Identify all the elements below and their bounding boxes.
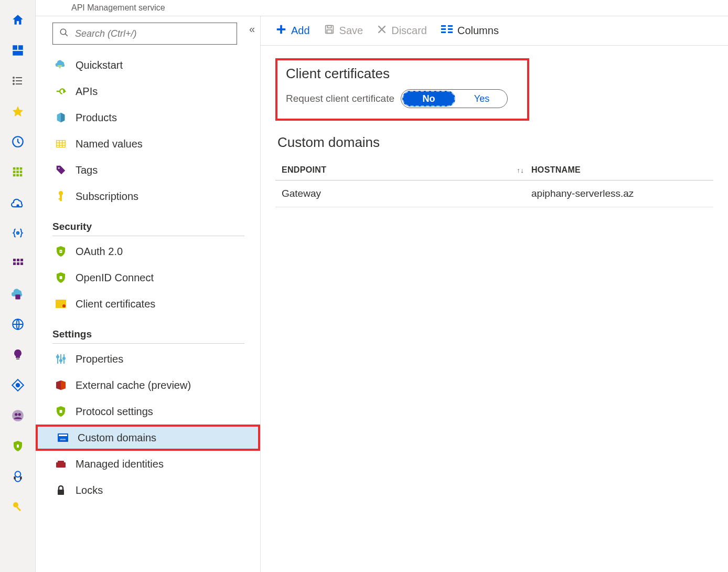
nav-label: Client certificates xyxy=(76,298,155,310)
resource-nav: Quickstart APIs Products Named values Ta… xyxy=(36,16,260,572)
discard-button: Discard xyxy=(377,24,427,37)
nav-locks[interactable]: Locks xyxy=(52,477,244,503)
save-icon xyxy=(324,24,335,38)
svg-rect-0 xyxy=(13,45,17,50)
svg-rect-22 xyxy=(17,259,19,261)
table-row[interactable]: Gateway apiphany-serverless.az xyxy=(275,181,713,207)
columns-button[interactable]: Columns xyxy=(441,25,499,37)
toolbar-label: Add xyxy=(291,25,310,37)
svg-rect-68 xyxy=(58,490,64,495)
globe-icon[interactable] xyxy=(10,317,25,332)
nav-label: APIs xyxy=(76,86,98,98)
svg-rect-10 xyxy=(13,167,15,170)
people-icon[interactable] xyxy=(10,408,25,423)
svg-rect-39 xyxy=(16,506,20,511)
locks-icon xyxy=(55,484,67,496)
svg-rect-62 xyxy=(60,410,62,413)
toolbar: Add Save Discard Columns xyxy=(261,16,728,46)
nav-search[interactable] xyxy=(52,23,237,45)
list-icon[interactable] xyxy=(10,73,25,88)
svg-rect-15 xyxy=(19,171,22,173)
nav-properties[interactable]: Properties xyxy=(52,346,244,372)
search-input[interactable] xyxy=(75,28,230,39)
nav-managed-identities[interactable]: Managed identities xyxy=(52,451,244,477)
toolbar-label: Discard xyxy=(391,25,427,37)
cloud-storage-icon[interactable] xyxy=(10,287,25,301)
svg-rect-23 xyxy=(20,259,23,261)
svg-rect-49 xyxy=(60,195,62,201)
svg-rect-4 xyxy=(16,77,22,78)
nav-subscriptions[interactable]: Subscriptions xyxy=(52,183,244,209)
svg-rect-21 xyxy=(13,259,16,261)
support-icon[interactable] xyxy=(10,469,25,484)
svg-point-19 xyxy=(16,204,19,207)
svg-point-5 xyxy=(13,80,15,82)
nav-tags[interactable]: Tags xyxy=(52,157,244,183)
cloud-icon[interactable] xyxy=(10,195,25,210)
nav-section-security: Security xyxy=(52,221,244,232)
svg-rect-18 xyxy=(19,174,22,177)
toggle-no[interactable]: No xyxy=(402,91,455,107)
nav-oauth[interactable]: OAuth 2.0 xyxy=(52,238,244,264)
diamond-icon[interactable] xyxy=(10,378,25,393)
svg-rect-67 xyxy=(58,461,64,463)
nav-protocol-settings[interactable]: Protocol settings xyxy=(52,398,244,425)
key-icon[interactable] xyxy=(10,500,25,514)
collapse-nav-icon[interactable]: « xyxy=(249,24,255,34)
nav-products[interactable]: Products xyxy=(52,104,244,131)
star-icon[interactable] xyxy=(10,104,25,119)
nav-label: External cache (preview) xyxy=(76,379,191,391)
add-button[interactable]: Add xyxy=(275,24,310,38)
nav-client-certs[interactable]: Client certificates xyxy=(52,291,244,317)
nav-quickstart[interactable]: Quickstart xyxy=(52,52,244,78)
toggle-yes[interactable]: Yes xyxy=(456,90,507,108)
col-label: HOSTNAME xyxy=(531,165,581,174)
grid-icon[interactable] xyxy=(10,165,25,179)
named-values-icon xyxy=(55,137,67,150)
svg-rect-27 xyxy=(15,294,20,299)
request-cert-toggle[interactable]: No Yes xyxy=(401,89,508,108)
svg-point-48 xyxy=(59,191,63,195)
resource-type-label: API Management service xyxy=(71,3,165,13)
col-hostname[interactable]: HOSTNAME xyxy=(531,165,707,175)
svg-rect-24 xyxy=(13,262,16,265)
svg-rect-75 xyxy=(441,28,446,30)
lightbulb-icon[interactable] xyxy=(10,347,25,362)
svg-rect-25 xyxy=(17,262,19,265)
svg-point-20 xyxy=(16,232,18,234)
cell-endpoint: Gateway xyxy=(282,188,531,199)
svg-rect-79 xyxy=(448,31,453,33)
columns-icon xyxy=(441,25,453,37)
nav-label: OAuth 2.0 xyxy=(76,246,123,258)
nav-custom-domains[interactable]: www Custom domains xyxy=(36,425,260,451)
svg-rect-6 xyxy=(16,80,22,81)
table-header: ENDPOINT ↑↓ HOSTNAME xyxy=(275,160,713,181)
svg-point-50 xyxy=(59,198,60,200)
svg-point-59 xyxy=(57,356,59,358)
svg-rect-73 xyxy=(327,30,331,33)
nav-named-values[interactable]: Named values xyxy=(52,131,244,157)
svg-point-35 xyxy=(15,471,20,477)
save-button: Save xyxy=(324,24,363,38)
nav-external-cache[interactable]: External cache (preview) xyxy=(52,372,244,398)
nav-label: Properties xyxy=(76,353,123,365)
svg-point-60 xyxy=(60,359,62,362)
nav-label: Subscriptions xyxy=(76,190,138,203)
nav-label: Quickstart xyxy=(76,59,123,71)
clock-icon[interactable] xyxy=(10,134,25,149)
svg-rect-12 xyxy=(19,167,22,170)
nav-label: Named values xyxy=(76,138,143,150)
virtual-network-icon[interactable] xyxy=(10,256,25,271)
divider xyxy=(52,343,244,344)
nav-apis[interactable]: APIs xyxy=(52,78,244,104)
nav-openid[interactable]: OpenID Connect xyxy=(52,264,244,291)
svg-rect-77 xyxy=(448,25,453,27)
shield-icon[interactable] xyxy=(10,439,25,453)
client-cert-icon xyxy=(55,298,67,310)
col-endpoint[interactable]: ENDPOINT ↑↓ xyxy=(282,165,531,175)
request-cert-label: Request client certificate xyxy=(286,93,394,104)
home-icon[interactable] xyxy=(10,13,25,27)
braces-icon[interactable] xyxy=(10,226,25,240)
nav-label: OpenID Connect xyxy=(76,272,154,284)
dashboard-icon[interactable] xyxy=(10,43,25,58)
